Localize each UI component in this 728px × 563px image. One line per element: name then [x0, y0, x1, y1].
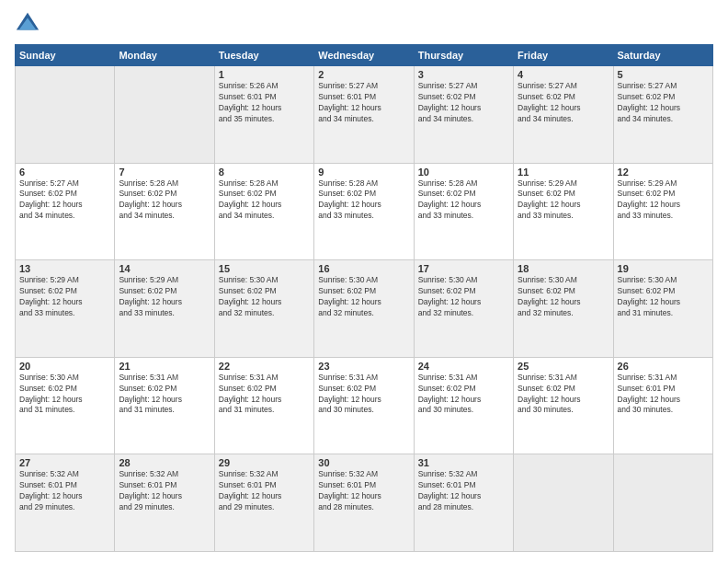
- day-info: Sunrise: 5:28 AM Sunset: 6:02 PM Dayligh…: [219, 178, 310, 223]
- day-info: Sunrise: 5:27 AM Sunset: 6:02 PM Dayligh…: [518, 81, 609, 125]
- day-number: 4: [518, 69, 609, 80]
- day-info: Sunrise: 5:32 AM Sunset: 6:01 PM Dayligh…: [19, 469, 110, 513]
- calendar-day-cell: [115, 66, 214, 164]
- calendar-day-cell: [514, 454, 613, 552]
- day-info: Sunrise: 5:31 AM Sunset: 6:02 PM Dayligh…: [318, 373, 409, 417]
- day-number: 23: [318, 361, 409, 372]
- day-info: Sunrise: 5:30 AM Sunset: 6:02 PM Dayligh…: [219, 275, 310, 319]
- day-info: Sunrise: 5:30 AM Sunset: 6:02 PM Dayligh…: [318, 275, 409, 319]
- calendar-day-cell: 14Sunrise: 5:29 AM Sunset: 6:02 PM Dayli…: [115, 260, 214, 358]
- day-info: Sunrise: 5:29 AM Sunset: 6:02 PM Dayligh…: [618, 178, 709, 223]
- calendar-day-cell: 20Sunrise: 5:30 AM Sunset: 6:02 PM Dayli…: [16, 357, 115, 454]
- calendar-week-row: 1Sunrise: 5:26 AM Sunset: 6:01 PM Daylig…: [16, 66, 713, 164]
- day-info: Sunrise: 5:27 AM Sunset: 6:01 PM Dayligh…: [318, 81, 409, 125]
- day-info: Sunrise: 5:27 AM Sunset: 6:02 PM Dayligh…: [19, 178, 110, 223]
- calendar-day-cell: 2Sunrise: 5:27 AM Sunset: 6:01 PM Daylig…: [314, 66, 414, 164]
- calendar-day-cell: 8Sunrise: 5:28 AM Sunset: 6:02 PM Daylig…: [214, 163, 313, 260]
- day-info: Sunrise: 5:28 AM Sunset: 6:02 PM Dayligh…: [418, 178, 509, 223]
- calendar-table: SundayMondayTuesdayWednesdayThursdayFrid…: [15, 44, 713, 552]
- calendar-week-row: 6Sunrise: 5:27 AM Sunset: 6:02 PM Daylig…: [16, 163, 713, 260]
- day-number: 16: [318, 263, 409, 274]
- day-number: 29: [219, 457, 310, 468]
- page: SundayMondayTuesdayWednesdayThursdayFrid…: [0, 0, 728, 563]
- calendar-day-cell: 6Sunrise: 5:27 AM Sunset: 6:02 PM Daylig…: [16, 163, 115, 260]
- day-number: 6: [19, 167, 110, 178]
- calendar-day-cell: 5Sunrise: 5:27 AM Sunset: 6:02 PM Daylig…: [613, 66, 712, 164]
- calendar-day-cell: 30Sunrise: 5:32 AM Sunset: 6:01 PM Dayli…: [314, 454, 414, 552]
- day-info: Sunrise: 5:30 AM Sunset: 6:02 PM Dayligh…: [618, 275, 709, 319]
- day-info: Sunrise: 5:30 AM Sunset: 6:02 PM Dayligh…: [518, 275, 609, 319]
- day-info: Sunrise: 5:29 AM Sunset: 6:02 PM Dayligh…: [119, 275, 210, 319]
- day-info: Sunrise: 5:27 AM Sunset: 6:02 PM Dayligh…: [418, 81, 509, 125]
- day-number: 2: [318, 69, 409, 80]
- day-number: 8: [219, 167, 310, 178]
- day-info: Sunrise: 5:27 AM Sunset: 6:02 PM Dayligh…: [618, 81, 709, 125]
- header: [15, 11, 713, 37]
- day-header-wednesday: Wednesday: [314, 45, 414, 66]
- day-header-tuesday: Tuesday: [214, 45, 313, 66]
- calendar-day-cell: 23Sunrise: 5:31 AM Sunset: 6:02 PM Dayli…: [314, 357, 414, 454]
- day-header-sunday: Sunday: [16, 45, 115, 66]
- day-number: 31: [418, 457, 509, 468]
- day-info: Sunrise: 5:31 AM Sunset: 6:02 PM Dayligh…: [119, 373, 210, 417]
- day-number: 19: [618, 263, 709, 274]
- calendar-day-cell: 12Sunrise: 5:29 AM Sunset: 6:02 PM Dayli…: [613, 163, 712, 260]
- day-number: 20: [19, 361, 110, 372]
- calendar-day-cell: 10Sunrise: 5:28 AM Sunset: 6:02 PM Dayli…: [414, 163, 513, 260]
- day-number: 25: [518, 361, 609, 372]
- day-number: 1: [219, 69, 310, 80]
- day-info: Sunrise: 5:30 AM Sunset: 6:02 PM Dayligh…: [418, 275, 509, 319]
- day-info: Sunrise: 5:31 AM Sunset: 6:01 PM Dayligh…: [618, 373, 709, 417]
- day-info: Sunrise: 5:28 AM Sunset: 6:02 PM Dayligh…: [119, 178, 210, 223]
- day-number: 13: [19, 263, 110, 274]
- day-info: Sunrise: 5:31 AM Sunset: 6:02 PM Dayligh…: [518, 373, 609, 417]
- day-number: 7: [119, 167, 210, 178]
- day-number: 28: [119, 457, 210, 468]
- day-info: Sunrise: 5:28 AM Sunset: 6:02 PM Dayligh…: [318, 178, 409, 223]
- day-header-monday: Monday: [115, 45, 214, 66]
- calendar-day-cell: 26Sunrise: 5:31 AM Sunset: 6:01 PM Dayli…: [613, 357, 712, 454]
- calendar-day-cell: 7Sunrise: 5:28 AM Sunset: 6:02 PM Daylig…: [115, 163, 214, 260]
- calendar-day-cell: 18Sunrise: 5:30 AM Sunset: 6:02 PM Dayli…: [514, 260, 613, 358]
- logo-icon: [15, 11, 40, 37]
- day-info: Sunrise: 5:26 AM Sunset: 6:01 PM Dayligh…: [219, 81, 310, 125]
- logo: [15, 11, 44, 37]
- calendar-day-cell: 4Sunrise: 5:27 AM Sunset: 6:02 PM Daylig…: [514, 66, 613, 164]
- calendar-day-cell: 16Sunrise: 5:30 AM Sunset: 6:02 PM Dayli…: [314, 260, 414, 358]
- calendar-header-row: SundayMondayTuesdayWednesdayThursdayFrid…: [16, 45, 713, 66]
- calendar-week-row: 20Sunrise: 5:30 AM Sunset: 6:02 PM Dayli…: [16, 357, 713, 454]
- calendar-day-cell: 19Sunrise: 5:30 AM Sunset: 6:02 PM Dayli…: [613, 260, 712, 358]
- calendar-day-cell: 1Sunrise: 5:26 AM Sunset: 6:01 PM Daylig…: [214, 66, 313, 164]
- day-number: 10: [418, 167, 509, 178]
- day-number: 5: [618, 69, 709, 80]
- day-number: 21: [119, 361, 210, 372]
- day-info: Sunrise: 5:29 AM Sunset: 6:02 PM Dayligh…: [19, 275, 110, 319]
- day-number: 9: [318, 167, 409, 178]
- day-number: 17: [418, 263, 509, 274]
- calendar-day-cell: 31Sunrise: 5:32 AM Sunset: 6:01 PM Dayli…: [414, 454, 513, 552]
- calendar-day-cell: 24Sunrise: 5:31 AM Sunset: 6:02 PM Dayli…: [414, 357, 513, 454]
- day-header-friday: Friday: [514, 45, 613, 66]
- calendar-day-cell: [613, 454, 712, 552]
- calendar-day-cell: 28Sunrise: 5:32 AM Sunset: 6:01 PM Dayli…: [115, 454, 214, 552]
- day-info: Sunrise: 5:31 AM Sunset: 6:02 PM Dayligh…: [418, 373, 509, 417]
- calendar-day-cell: 9Sunrise: 5:28 AM Sunset: 6:02 PM Daylig…: [314, 163, 414, 260]
- day-number: 24: [418, 361, 509, 372]
- day-info: Sunrise: 5:32 AM Sunset: 6:01 PM Dayligh…: [318, 469, 409, 513]
- calendar-day-cell: 17Sunrise: 5:30 AM Sunset: 6:02 PM Dayli…: [414, 260, 513, 358]
- day-number: 30: [318, 457, 409, 468]
- calendar-week-row: 13Sunrise: 5:29 AM Sunset: 6:02 PM Dayli…: [16, 260, 713, 358]
- day-info: Sunrise: 5:31 AM Sunset: 6:02 PM Dayligh…: [219, 373, 310, 417]
- day-info: Sunrise: 5:32 AM Sunset: 6:01 PM Dayligh…: [418, 469, 509, 513]
- calendar-day-cell: 11Sunrise: 5:29 AM Sunset: 6:02 PM Dayli…: [514, 163, 613, 260]
- day-info: Sunrise: 5:32 AM Sunset: 6:01 PM Dayligh…: [119, 469, 210, 513]
- day-info: Sunrise: 5:29 AM Sunset: 6:02 PM Dayligh…: [518, 178, 609, 223]
- day-number: 18: [518, 263, 609, 274]
- calendar-day-cell: 22Sunrise: 5:31 AM Sunset: 6:02 PM Dayli…: [214, 357, 313, 454]
- day-number: 11: [518, 167, 609, 178]
- calendar-day-cell: 25Sunrise: 5:31 AM Sunset: 6:02 PM Dayli…: [514, 357, 613, 454]
- calendar-day-cell: 15Sunrise: 5:30 AM Sunset: 6:02 PM Dayli…: [214, 260, 313, 358]
- day-number: 27: [19, 457, 110, 468]
- calendar-day-cell: [16, 66, 115, 164]
- day-header-thursday: Thursday: [414, 45, 513, 66]
